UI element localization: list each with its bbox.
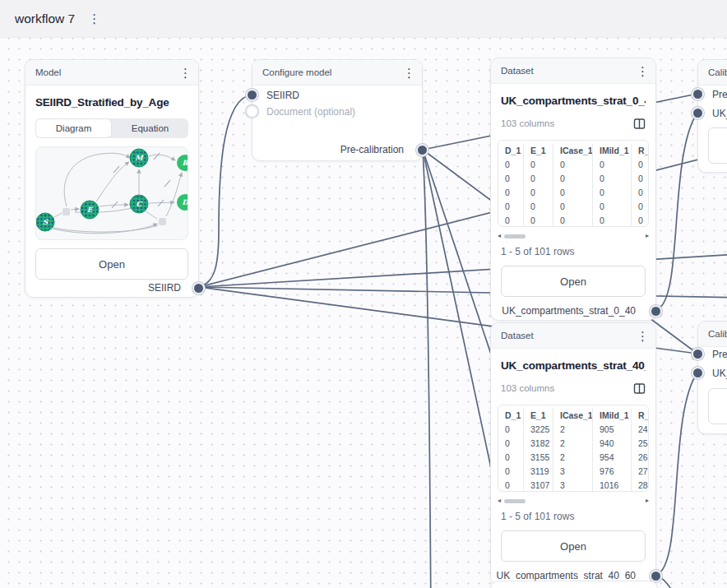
model-diagram-preview[interactable]: S E C M R D xyxy=(35,146,188,240)
calibrate2-input-data-port[interactable] xyxy=(692,367,704,379)
node-calibrate-1[interactable]: Calibrate ⋮ Pre-calibration UK_compartme… xyxy=(697,59,727,173)
node-calibrate-2[interactable]: Calibrate ⋮ Pre-calibration UK_compartme… xyxy=(697,321,727,434)
table-cell: 0 xyxy=(523,172,553,186)
table-cell: 2732 xyxy=(631,465,649,479)
tab-equation[interactable]: Equation xyxy=(112,118,188,138)
table-cell: 2805 xyxy=(631,479,649,492)
compartment-imild-label: M xyxy=(135,154,144,162)
calibrate1-input-pre-port[interactable] xyxy=(692,88,704,100)
table-cell: 0 xyxy=(553,200,592,214)
table-cell: 0 xyxy=(592,214,631,227)
dataset2-columns-count: 103 columns xyxy=(501,383,554,393)
node-model[interactable]: Model ⋮ SEIIRD_Stratified_by_Age Diagram… xyxy=(25,59,199,298)
model-output-port[interactable] xyxy=(192,282,205,294)
dataset2-open-button[interactable]: Open xyxy=(501,530,646,562)
table-cell: 0 xyxy=(592,186,631,200)
node-dataset-2[interactable]: Dataset ⋮ UK_compartments_strat_40_60 10… xyxy=(490,322,656,586)
table-cell: 1016 xyxy=(592,479,631,492)
scroll-right-icon[interactable]: ▸ xyxy=(646,498,649,504)
table-cell: 3155 xyxy=(523,451,553,465)
table-cell: 2 xyxy=(553,423,592,437)
calibrate1-input-pre-label: Pre-calibration xyxy=(712,89,727,101)
dataset1-columns-count: 103 columns xyxy=(501,118,554,128)
node-calibrate1-header: Calibrate ⋮ xyxy=(698,60,727,86)
table-cell: 0 xyxy=(498,423,523,437)
dataset1-open-button[interactable]: Open xyxy=(501,266,646,297)
dataset2-table-scrollbar[interactable]: ◂ ▸ xyxy=(498,498,649,504)
table-cell: 940 xyxy=(592,437,631,451)
node-partial-bottom[interactable] xyxy=(490,581,658,588)
scroll-left-icon[interactable]: ◂ xyxy=(498,498,501,504)
table-header-cell: D_1 xyxy=(498,409,523,423)
table-cell: 0 xyxy=(523,158,553,172)
scroll-left-icon[interactable]: ◂ xyxy=(498,233,501,239)
table-cell: 3107 xyxy=(523,479,553,492)
table-cell: 0 xyxy=(498,451,523,465)
table-cell: 0 xyxy=(523,200,553,214)
columns-icon[interactable] xyxy=(633,382,646,395)
table-cell: 0 xyxy=(523,214,553,227)
table-cell: 2566 xyxy=(631,437,649,451)
dataset1-output-port[interactable] xyxy=(650,305,662,317)
table-cell: 954 xyxy=(592,451,631,465)
table-cell: 0 xyxy=(631,172,649,186)
table-cell: 0 xyxy=(631,186,649,200)
configure-output-port[interactable] xyxy=(416,144,428,156)
configure-input-document-port[interactable] xyxy=(246,105,258,118)
table-cell: 0 xyxy=(592,172,631,186)
transition-node xyxy=(159,218,166,225)
node-dataset-1[interactable]: Dataset ⋮ UK_compartments_strat_0_40 103… xyxy=(490,58,656,321)
node-menu-icon[interactable]: ⋮ xyxy=(637,330,648,342)
node-menu-icon[interactable]: ⋮ xyxy=(403,67,414,79)
calibrate1-open-button[interactable] xyxy=(708,127,727,164)
model-output-label: SEIIRD xyxy=(148,282,181,294)
table-header-cell: ICase_1 xyxy=(553,144,592,158)
table-cell: 2 xyxy=(553,437,592,451)
table-header-cell: R_1 xyxy=(631,144,649,158)
calibrate2-input-data-label: UK_compartments_strat_40_60 xyxy=(712,368,727,380)
table-cell: 0 xyxy=(523,186,553,200)
configure-output-label: Pre-calibration xyxy=(340,144,404,156)
node-dataset1-header: Dataset ⋮ xyxy=(491,58,655,84)
node-configure-model[interactable]: Configure model ⋮ SEIIRD Document (optio… xyxy=(252,59,423,161)
table-cell: 0 xyxy=(553,172,592,186)
wire-model-to-configure xyxy=(199,95,252,287)
table-cell: 0 xyxy=(498,186,523,200)
table-header-cell: E_1 xyxy=(523,409,553,423)
calibrate1-input-data-port[interactable] xyxy=(692,107,704,119)
configure-input-document-label: Document (optional) xyxy=(266,106,355,118)
table-cell: 0 xyxy=(498,214,523,227)
tab-diagram[interactable]: Diagram xyxy=(35,118,112,138)
columns-icon[interactable] xyxy=(633,118,646,130)
node-calibrate2-header: Calibrate ⋮ xyxy=(698,322,727,347)
configure-input-seiird-port[interactable] xyxy=(246,89,258,101)
node-menu-icon[interactable]: ⋮ xyxy=(637,65,648,77)
dataset2-preview-table: D_1E_1ICase_1IMild_1R_103225290524770318… xyxy=(498,405,649,492)
table-cell: 0 xyxy=(498,437,523,451)
table-cell: 0 xyxy=(553,214,592,227)
node-dataset2-header: Dataset ⋮ xyxy=(491,323,655,349)
node-menu-icon[interactable]: ⋮ xyxy=(179,67,191,79)
table-header-cell: IMild_1 xyxy=(592,409,631,423)
table-header-cell: D_1 xyxy=(498,144,523,158)
table-header-cell: R_1 xyxy=(631,409,649,423)
calibrate2-input-pre-port[interactable] xyxy=(692,348,704,360)
wire-dataset1-to-calibrate1 xyxy=(656,113,697,310)
calibrate1-input-data-label: UK_compartments_strat_0_40 xyxy=(712,108,727,120)
table-cell: 0 xyxy=(631,214,649,227)
node-model-header: Model ⋮ xyxy=(25,60,198,86)
table-cell: 3225 xyxy=(523,423,553,437)
calibrate2-input-pre-label: Pre-calibration xyxy=(712,349,727,361)
model-view-tabs: Diagram Equation xyxy=(35,118,188,138)
table-cell: 3 xyxy=(553,465,592,479)
workflow-menu-icon[interactable]: ⋮ xyxy=(88,12,100,25)
scrollbar-thumb[interactable] xyxy=(504,499,526,503)
model-open-button[interactable]: Open xyxy=(35,248,188,280)
table-cell: 0 xyxy=(592,158,631,172)
calibrate2-open-button[interactable] xyxy=(708,388,727,424)
scroll-right-icon[interactable]: ▸ xyxy=(646,233,649,239)
dataset1-table-scrollbar[interactable]: ◂ ▸ xyxy=(498,233,649,239)
table-cell: 976 xyxy=(592,465,631,479)
scrollbar-thumb[interactable] xyxy=(504,234,526,238)
node-type-label: Dataset xyxy=(501,331,534,340)
